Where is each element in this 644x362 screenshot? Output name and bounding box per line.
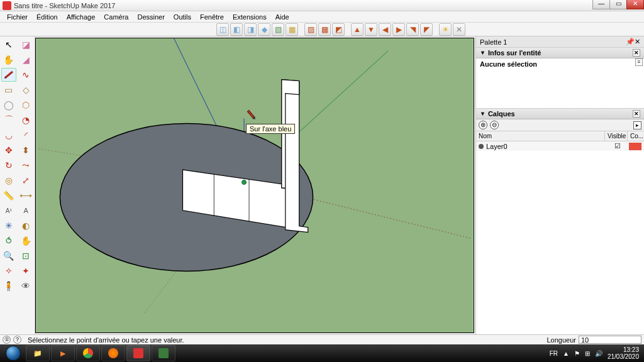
menu-fenetre[interactable]: Fenêtre (196, 13, 228, 21)
view-top-icon[interactable]: ▼ (365, 23, 377, 36)
length-input[interactable]: 10 (579, 336, 641, 344)
maximize-button[interactable]: ▭ (609, 0, 627, 9)
minimize-button[interactable]: — (592, 0, 610, 9)
zoom-extents-icon[interactable]: ✧ (1, 264, 16, 278)
view-right-icon[interactable]: ▶ (392, 23, 405, 36)
menu-edition[interactable]: Édition (32, 13, 62, 21)
menu-extensions[interactable]: Extensions (228, 13, 271, 21)
menu-affichage[interactable]: Affichage (62, 13, 100, 21)
menu-outils[interactable]: Outils (169, 13, 196, 21)
language-indicator[interactable]: FR (550, 350, 558, 357)
view-left-icon[interactable]: ◤ (420, 23, 433, 36)
tray-net-icon[interactable]: ⊞ (585, 350, 590, 357)
style-shaded-icon[interactable]: ◆ (258, 23, 270, 36)
style-wire-icon[interactable]: ◧ (230, 23, 243, 36)
layer-visible-checkbox[interactable]: ☑ (606, 142, 629, 150)
layers-menu-icon[interactable]: ▸ (633, 121, 641, 129)
arc2-tool-icon[interactable]: ◡ (1, 128, 16, 142)
entity-panel-title: Infos sur l'entité (488, 49, 541, 57)
sun-icon[interactable]: ☀ (439, 23, 452, 36)
pan-tool-icon[interactable]: ✋ (18, 234, 33, 248)
look-around-icon[interactable]: 👁 (18, 279, 33, 293)
menu-fichier[interactable]: Fichier (3, 13, 32, 21)
zoom-window-icon[interactable]: ⊡ (18, 249, 33, 263)
select-tool-icon[interactable]: ↖ (1, 38, 16, 52)
tape-tool-icon[interactable]: 📏 (1, 189, 16, 202)
text3d-tool-icon[interactable]: A (18, 204, 33, 217)
style-hidden-icon[interactable]: ◨ (244, 23, 257, 36)
remove-layer-icon[interactable]: ⊖ (490, 121, 499, 129)
section-cut-icon[interactable]: ◩ (332, 23, 345, 36)
start-button[interactable] (1, 344, 25, 362)
layers-close-icon[interactable]: ✕ (633, 110, 640, 118)
taskbar-explorer-icon[interactable]: 📁 (26, 345, 50, 361)
zoom-tool-icon[interactable]: 🔍 (1, 249, 16, 263)
make-component-icon[interactable]: ✋ (1, 53, 16, 67)
viewport-3d[interactable]: Sur l'axe bleu (35, 38, 474, 333)
menu-aide[interactable]: Aide (271, 13, 294, 21)
prev-view-icon[interactable]: ✦ (18, 264, 33, 278)
entity-panel-header[interactable]: ▼ Infos sur l'entité ✕ (476, 48, 644, 58)
style-mono-icon[interactable]: ▦ (286, 23, 298, 36)
protractor-icon[interactable]: ◐ (18, 219, 33, 233)
paint-tool-icon[interactable]: ◢ (18, 53, 33, 67)
orbit-tool-icon[interactable]: ⥀ (1, 234, 16, 248)
eraser-tool-icon[interactable]: ◪ (18, 38, 33, 52)
tray-flag-icon[interactable]: ⚑ (574, 350, 580, 357)
entity-selection-text: Aucune sélection (480, 60, 537, 68)
style-shaded-tex-icon[interactable]: ▧ (272, 23, 284, 36)
status-help-icon[interactable]: ? (13, 336, 21, 344)
view-back-icon[interactable]: ◥ (406, 23, 419, 36)
add-layer-icon[interactable]: ⊕ (479, 121, 487, 129)
pie-tool-icon[interactable]: ◔ (18, 113, 33, 127)
palette-title[interactable]: Palette 1 📌✕ (476, 36, 644, 48)
text-tool-icon[interactable]: A¹ (1, 204, 16, 217)
layers-panel-header[interactable]: ▼ Calques ✕ (476, 109, 644, 119)
taskbar-firefox-icon[interactable] (101, 345, 125, 361)
followme-tool-icon[interactable]: ⤳ (18, 158, 33, 172)
layers-col-name[interactable]: Nom (476, 131, 605, 141)
palette-pin-icon[interactable]: 📌 (626, 38, 635, 45)
pushpull-tool-icon[interactable]: ⬍ (18, 143, 33, 157)
layers-col-visible[interactable]: Visible (605, 131, 628, 141)
view-front-icon[interactable]: ◀ (379, 23, 391, 36)
line-tool-icon[interactable] (1, 68, 16, 82)
style-xray-icon[interactable]: ◫ (216, 23, 229, 36)
offset-tool-icon[interactable]: ◎ (1, 173, 16, 187)
view-iso-icon[interactable]: ▲ (351, 23, 364, 36)
rotate-tool-icon[interactable]: ↻ (1, 158, 16, 172)
arc-tool-icon[interactable]: ⌒ (1, 113, 16, 127)
taskbar-sketchup-icon[interactable] (126, 345, 150, 361)
settings-icon[interactable]: ✕ (453, 23, 465, 36)
palette-close-icon[interactable]: ✕ (635, 38, 640, 45)
menu-dessiner[interactable]: Dessiner (133, 13, 169, 21)
clock[interactable]: 13:23 21/03/2020 (608, 346, 639, 360)
taskbar-app-icon[interactable] (152, 345, 175, 361)
position-camera-icon[interactable]: 🧍 (1, 279, 16, 293)
menu-camera[interactable]: Caméra (99, 13, 133, 21)
layer-row[interactable]: Layer0 ☑ (476, 141, 644, 151)
section-plane-icon[interactable]: ▨ (304, 23, 317, 36)
move-tool-icon[interactable]: ✥ (1, 143, 16, 157)
section-display-icon[interactable]: ▩ (318, 23, 331, 36)
tray-up-icon[interactable]: ▲ (563, 350, 569, 357)
taskbar-chrome-icon[interactable] (76, 345, 100, 361)
axes-tool-icon[interactable]: ✳ (1, 219, 16, 233)
close-button[interactable]: ✕ (626, 0, 644, 9)
polygon-tool-icon[interactable]: ⬡ (18, 98, 33, 112)
circle-tool-icon[interactable]: ◯ (1, 98, 16, 112)
dimension-tool-icon[interactable]: ⟷ (18, 189, 33, 202)
rectangle-tool-icon[interactable]: ▭ (1, 83, 16, 97)
entity-menu-icon[interactable]: ≡ (635, 58, 643, 66)
tray-vol-icon[interactable]: 🔊 (595, 350, 602, 357)
layer-color-swatch[interactable] (629, 143, 641, 150)
taskbar-media-icon[interactable]: ▶ (51, 345, 75, 361)
entity-close-icon[interactable]: ✕ (633, 49, 640, 57)
arc3-tool-icon[interactable]: ◜ (18, 128, 33, 142)
rotated-rect-icon[interactable]: ◇ (18, 83, 33, 97)
scale-tool-icon[interactable]: ⤢ (18, 173, 33, 187)
layer-radio-icon[interactable] (479, 144, 484, 149)
freehand-tool-icon[interactable]: ∿ (18, 68, 33, 82)
status-geo-icon[interactable]: ① (3, 336, 11, 344)
layers-col-color[interactable]: Co... (628, 131, 644, 141)
